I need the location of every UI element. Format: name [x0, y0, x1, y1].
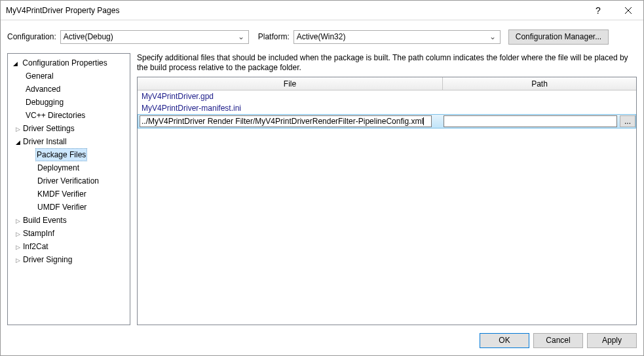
tree-item-driver-settings[interactable]: ▷Driver Settings [9, 122, 128, 135]
ok-button[interactable]: OK [480, 333, 529, 348]
expand-arrow-icon[interactable]: ▷ [14, 215, 21, 227]
expand-arrow-icon[interactable]: ▷ [14, 123, 21, 135]
expand-arrow-icon[interactable]: ▷ [14, 228, 21, 240]
chevron-down-icon: ⌄ [237, 32, 246, 41]
tree-item-debugging[interactable]: Debugging [9, 96, 128, 109]
tree-panel[interactable]: ◢ Configuration Properties General Advan… [7, 53, 130, 325]
platform-combo[interactable]: Active(Win32) ⌄ [294, 30, 501, 44]
right-panel: Specify additional files that should be … [137, 53, 637, 325]
tree-item-umdf-verifier[interactable]: UMDF Verifier [9, 201, 128, 214]
tree-item-vcpp-directories[interactable]: VC++ Directories [9, 109, 128, 122]
tree-item-stampinf[interactable]: ▷StampInf [9, 227, 128, 240]
apply-button[interactable]: Apply [587, 333, 637, 348]
col-header-path[interactable]: Path [443, 77, 636, 90]
grid-row[interactable]: MyV4PrintDriver-manifest.ini [138, 102, 636, 114]
platform-label: Platform: [258, 32, 290, 41]
dialog-buttons: OK Cancel Apply [1, 325, 643, 355]
tree-item-inf2cat[interactable]: ▷Inf2Cat [9, 240, 128, 253]
tree-item-driver-signing[interactable]: ▷Driver Signing [9, 253, 128, 266]
configuration-value: Active(Debug) [64, 32, 237, 41]
main-area: ◢ Configuration Properties General Advan… [1, 47, 643, 325]
help-button[interactable]: ? [583, 1, 613, 20]
configuration-row: Configuration: Active(Debug) ⌄ Platform:… [1, 27, 643, 47]
tree-item-advanced[interactable]: Advanced [9, 83, 128, 96]
tree-item-package-files[interactable]: Package Files [9, 148, 128, 161]
close-icon [625, 7, 632, 14]
window-title: MyV4PrintDriver Property Pages [1, 6, 583, 15]
grid-header: File Path [138, 77, 636, 90]
platform-value: Active(Win32) [297, 32, 488, 41]
help-icon: ? [596, 5, 601, 16]
text-caret-icon [423, 117, 424, 125]
expand-arrow-icon[interactable]: ◢ [14, 136, 21, 148]
tree-item-driver-verification[interactable]: Driver Verification [9, 174, 128, 188]
grid-body[interactable]: MyV4PrintDriver.gpd MyV4PrintDriver-mani… [138, 90, 636, 325]
path-edit-input[interactable] [444, 115, 617, 127]
tree-item-build-events[interactable]: ▷Build Events [9, 214, 128, 227]
cancel-button[interactable]: Cancel [533, 333, 583, 348]
tree-root-configuration-properties[interactable]: ◢ Configuration Properties [9, 56, 128, 69]
cell-file[interactable]: MyV4PrintDriver-manifest.ini [138, 104, 443, 113]
package-files-grid: File Path MyV4PrintDriver.gpd MyV4PrintD… [137, 77, 637, 325]
cell-file: ../MyV4PrintDriver Render Filter/MyV4Pri… [138, 115, 442, 127]
grid-row[interactable]: MyV4PrintDriver.gpd [138, 90, 636, 102]
chevron-down-icon: ⌄ [488, 32, 497, 41]
tree-item-general[interactable]: General [9, 69, 128, 83]
tree-item-driver-install[interactable]: ◢Driver Install [9, 135, 128, 148]
tree-item-deployment[interactable]: Deployment [9, 161, 128, 174]
configuration-combo[interactable]: Active(Debug) ⌄ [60, 30, 249, 44]
expand-arrow-icon[interactable]: ◢ [12, 58, 18, 69]
expand-arrow-icon[interactable]: ▷ [14, 254, 21, 266]
close-button[interactable] [613, 1, 643, 20]
expand-arrow-icon[interactable]: ▷ [14, 241, 21, 253]
file-edit-input[interactable]: ../MyV4PrintDriver Render Filter/MyV4Pri… [140, 115, 432, 127]
cell-path: ... [442, 115, 635, 127]
titlebar: MyV4PrintDriver Property Pages ? [1, 1, 643, 20]
grid-row-editing[interactable]: ../MyV4PrintDriver Render Filter/MyV4Pri… [138, 114, 636, 129]
configuration-manager-button[interactable]: Configuration Manager... [508, 30, 609, 45]
description-text: Specify additional files that should be … [137, 53, 637, 73]
property-pages-dialog: MyV4PrintDriver Property Pages ? Configu… [0, 0, 644, 356]
tree-item-kmdf-verifier[interactable]: KMDF Verifier [9, 188, 128, 201]
cell-file[interactable]: MyV4PrintDriver.gpd [138, 92, 443, 101]
browse-button[interactable]: ... [620, 115, 635, 127]
col-header-file[interactable]: File [138, 77, 443, 90]
configuration-label: Configuration: [7, 32, 56, 41]
